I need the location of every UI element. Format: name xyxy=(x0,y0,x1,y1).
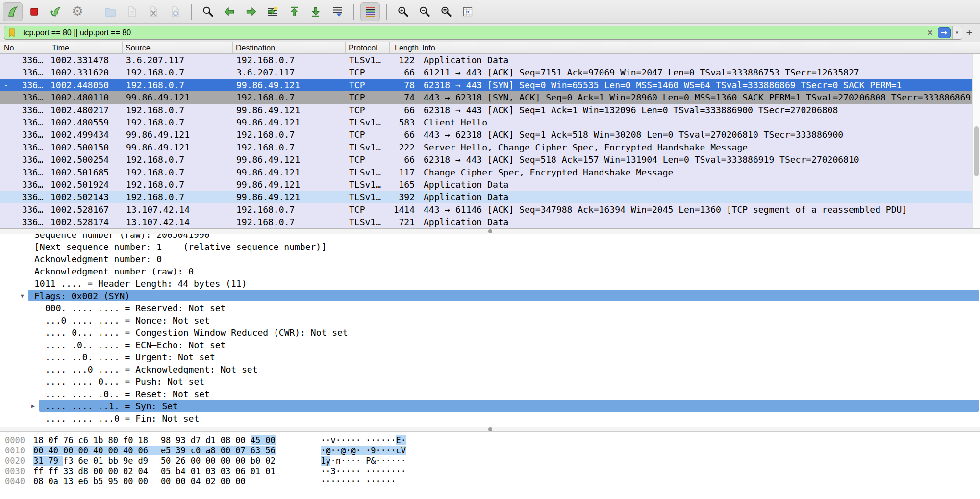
previous-packet-button[interactable] xyxy=(220,2,239,21)
colorize-packets-button[interactable] xyxy=(360,2,380,21)
reload-file-button[interactable] xyxy=(165,2,185,21)
auto-scroll-button[interactable] xyxy=(327,2,347,21)
zoom-in-button[interactable] xyxy=(393,2,413,21)
packet-row[interactable]: 336…1002.501924192.168.0.799.86.49.121TL… xyxy=(0,178,980,191)
hex-byte: 00 xyxy=(205,456,220,466)
packet-row[interactable]: 336…1002.501685192.168.0.799.86.49.121TL… xyxy=(0,166,980,178)
detail-field-row[interactable]: .... ..0. .... = Urgent: Not set xyxy=(0,351,980,363)
detail-field-row[interactable]: Acknowledgment number (raw): 0 xyxy=(0,265,980,277)
zoom-original-button[interactable] xyxy=(436,2,456,21)
column-header-destination[interactable]: Destination xyxy=(233,42,346,53)
hex-byte: 56 xyxy=(265,446,275,455)
display-filter-value[interactable]: tcp.port == 80 || udp.port == 80 xyxy=(19,28,924,37)
packet-cell-destination: 99.86.49.121 xyxy=(233,116,346,128)
detail-field-text: .... .... ...0 = Fin: Not set xyxy=(45,413,199,424)
packet-cell-length: 66 xyxy=(390,128,419,141)
hex-row[interactable]: 00203179f36e01bb9ed9502600000000b0021y·n… xyxy=(0,456,980,466)
pane-splitter-top[interactable] xyxy=(0,228,980,234)
save-file-button[interactable] xyxy=(122,2,142,21)
detail-field-row[interactable]: .... .... 0... = Push: Not set xyxy=(0,375,980,388)
detail-field-row[interactable]: ▼Flags: 0x002 (SYN) xyxy=(0,290,980,302)
next-packet-button[interactable] xyxy=(241,2,261,21)
packet-list-scrollbar[interactable] xyxy=(972,54,980,228)
packet-row[interactable]: 336…1002.49943499.86.49.121192.168.0.7TC… xyxy=(0,128,980,141)
restart-capture-button[interactable] xyxy=(46,2,66,21)
close-file-button[interactable] xyxy=(144,2,163,21)
detail-field-row[interactable]: Acknowledgment number: 0 xyxy=(0,253,980,265)
packet-cell-time: 1002.331478 xyxy=(49,54,123,66)
packet-row[interactable]: 336…1002.50015099.86.49.121192.168.0.7TL… xyxy=(0,141,980,153)
packet-cell-time: 1002.528167 xyxy=(49,203,123,216)
packet-cell-source: 13.107.42.14 xyxy=(123,216,233,228)
packet-cell-no: 336… xyxy=(0,166,49,178)
detail-field-row[interactable]: .... 0... .... = Congestion Window Reduc… xyxy=(0,326,980,339)
packet-row[interactable]: 336…1002.502143192.168.0.799.86.49.121TL… xyxy=(0,191,980,203)
hex-ascii: ·@··@·@· ·9····cV xyxy=(321,446,406,456)
packet-row[interactable]: 336…1002.48011099.86.49.121192.168.0.7TC… xyxy=(0,91,980,103)
packet-row[interactable]: 336…1002.480559192.168.0.799.86.49.121TL… xyxy=(0,116,980,128)
column-header-info[interactable]: Info xyxy=(419,42,980,53)
detail-field-row[interactable]: ▶.... .... ..1. = Syn: Set xyxy=(0,400,980,412)
filter-clear-button[interactable]: ✕ xyxy=(924,28,936,37)
hex-byte: 00 xyxy=(235,476,245,486)
column-header-protocol[interactable]: Protocol xyxy=(346,42,390,53)
packet-row[interactable]: 336…1002.3314783.6.207.117192.168.0.7TLS… xyxy=(0,54,980,66)
hex-byte: 6e xyxy=(78,456,93,466)
hex-row[interactable]: 0040080a13e6b5950000000004020000········… xyxy=(0,476,980,487)
hex-byte: 00 xyxy=(138,476,160,486)
detail-field-row[interactable]: ...0 .... .... = Nonce: Not set xyxy=(0,314,980,326)
bookmark-icon[interactable] xyxy=(4,26,19,39)
packet-row[interactable]: 336…1002.52817413.107.42.14192.168.0.7TL… xyxy=(0,216,980,228)
goto-packet-button[interactable] xyxy=(263,2,282,21)
detail-field-row[interactable]: 000. .... .... = Reserved: Not set xyxy=(0,302,980,314)
capture-options-button[interactable]: ⚙ xyxy=(68,2,87,21)
packet-row[interactable]: 336…1002.448050192.168.0.799.86.49.121TC… xyxy=(0,79,980,91)
zoom-out-button[interactable] xyxy=(415,2,434,21)
expanded-triangle-icon[interactable]: ▼ xyxy=(21,290,24,302)
add-filter-button[interactable]: + xyxy=(962,26,976,39)
packet-cell-info: Application Data xyxy=(419,178,980,191)
packet-cell-time: 1002.499434 xyxy=(49,128,123,141)
column-header-source[interactable]: Source xyxy=(123,42,233,53)
hex-byte: bb xyxy=(108,456,123,466)
detail-field-row[interactable]: .... .0.. .... = ECN–Echo: Not set xyxy=(0,339,980,351)
packet-cell-length: 721 xyxy=(390,216,419,228)
hex-byte: 00 xyxy=(78,446,93,455)
packet-row[interactable]: 336…1002.500254192.168.0.799.86.49.121TC… xyxy=(0,153,980,166)
column-header-time[interactable]: Time xyxy=(49,42,123,53)
column-header-no[interactable]: No. xyxy=(0,42,49,53)
detail-field-row[interactable]: 1011 .... = Header Length: 44 bytes (11) xyxy=(0,277,980,290)
detail-field-row[interactable]: [Next sequence number: 1 (relative seque… xyxy=(0,241,980,253)
arrow-right-icon xyxy=(245,5,257,18)
start-capture-button[interactable] xyxy=(3,2,23,21)
packet-row[interactable]: 336…1002.331620192.168.0.73.6.207.117TCP… xyxy=(0,66,980,78)
last-packet-button[interactable] xyxy=(306,2,326,21)
hex-row[interactable]: 0000180f76c61b80f0189893d7d108004500··v·… xyxy=(0,435,980,446)
hex-byte: 13 xyxy=(63,476,78,486)
stop-capture-button[interactable] xyxy=(25,2,44,21)
hex-row[interactable]: 00100040000040004006e539c0a800076356·@··… xyxy=(0,446,980,456)
pane-splitter-bottom[interactable] xyxy=(0,427,980,432)
packet-cell-info: 62318 → 443 [ACK] Seq=1 Ack=1 Win=132096… xyxy=(419,104,980,116)
resize-columns-button[interactable] xyxy=(458,2,477,21)
find-packet-button[interactable] xyxy=(198,2,218,21)
detail-field-row[interactable]: .... .... ...0 = Fin: Not set xyxy=(0,412,980,424)
hex-offset: 0000 xyxy=(0,435,28,446)
filter-apply-button[interactable] xyxy=(938,27,951,38)
hex-row[interactable]: 0030ffff33d80000020405b4010303060101··3·… xyxy=(0,466,980,476)
first-packet-button[interactable] xyxy=(284,2,304,21)
scrollbar-thumb[interactable] xyxy=(974,126,979,176)
packet-row[interactable]: 336…1002.52816713.107.42.14192.168.0.7TC… xyxy=(0,203,980,216)
column-header-length[interactable]: Length xyxy=(390,42,419,53)
detail-field-row[interactable]: .... .... .0.. = Reset: Not set xyxy=(0,388,980,400)
hex-bytes: ffff33d80000020405b4010303060101 xyxy=(33,466,309,476)
display-filter-input[interactable]: tcp.port == 80 || udp.port == 80 ✕ ▾ xyxy=(4,26,962,40)
detail-field-row[interactable]: Sequence number (raw): 2005041990 xyxy=(0,234,980,241)
apply-arrow-icon xyxy=(941,30,948,36)
packet-list-rows: 336…1002.3314783.6.207.117192.168.0.7TLS… xyxy=(0,54,980,228)
detail-field-row[interactable]: .... ...0 .... = Acknowledgment: Not set xyxy=(0,363,980,375)
filter-dropdown-caret[interactable]: ▾ xyxy=(952,26,962,39)
open-file-button[interactable] xyxy=(101,2,120,21)
collapsed-triangle-icon[interactable]: ▶ xyxy=(31,400,35,412)
packet-row[interactable]: 336…1002.480217192.168.0.799.86.49.121TC… xyxy=(0,104,980,116)
